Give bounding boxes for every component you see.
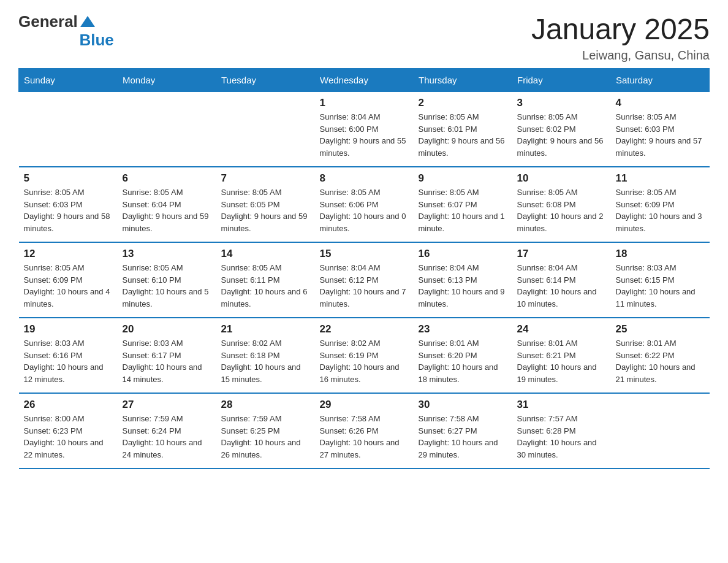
logo-blue-text: Blue	[79, 31, 113, 49]
header-sunday: Sunday	[19, 69, 118, 92]
calendar-cell: 23Sunrise: 8:01 AMSunset: 6:20 PMDayligh…	[414, 318, 512, 393]
day-number: 19	[24, 323, 113, 335]
calendar-cell: 1Sunrise: 8:04 AMSunset: 6:00 PMDaylight…	[315, 92, 414, 167]
header-thursday: Thursday	[414, 69, 512, 92]
header-friday: Friday	[512, 69, 611, 92]
day-info: Sunrise: 7:58 AMSunset: 6:26 PMDaylight:…	[320, 413, 409, 461]
calendar-cell: 22Sunrise: 8:02 AMSunset: 6:19 PMDayligh…	[315, 318, 414, 393]
calendar-cell: 3Sunrise: 8:05 AMSunset: 6:02 PMDaylight…	[512, 92, 611, 167]
calendar-cell: 15Sunrise: 8:04 AMSunset: 6:12 PMDayligh…	[315, 242, 414, 318]
calendar-cell: 17Sunrise: 8:04 AMSunset: 6:14 PMDayligh…	[512, 242, 611, 318]
day-number: 25	[616, 323, 705, 335]
calendar-cell: 24Sunrise: 8:01 AMSunset: 6:21 PMDayligh…	[512, 318, 611, 393]
day-info: Sunrise: 8:05 AMSunset: 6:03 PMDaylight:…	[616, 111, 705, 159]
calendar-table: SundayMondayTuesdayWednesdayThursdayFrid…	[18, 68, 710, 469]
day-number: 17	[517, 248, 606, 260]
title-block: January 2025 Leiwang, Gansu, China	[531, 12, 710, 63]
day-info: Sunrise: 8:00 AMSunset: 6:23 PMDaylight:…	[24, 413, 113, 461]
day-info: Sunrise: 8:05 AMSunset: 6:04 PMDaylight:…	[123, 186, 211, 234]
day-number: 18	[616, 248, 705, 260]
calendar-cell: 14Sunrise: 8:05 AMSunset: 6:11 PMDayligh…	[216, 242, 315, 318]
logo-general-text: General	[18, 12, 78, 31]
day-number: 7	[221, 172, 310, 185]
calendar-cell: 13Sunrise: 8:05 AMSunset: 6:10 PMDayligh…	[118, 242, 216, 318]
day-info: Sunrise: 8:05 AMSunset: 6:09 PMDaylight:…	[616, 186, 705, 234]
day-info: Sunrise: 8:04 AMSunset: 6:14 PMDaylight:…	[517, 262, 606, 310]
week-row-2: 5Sunrise: 8:05 AMSunset: 6:03 PMDaylight…	[19, 167, 710, 242]
calendar-cell: 20Sunrise: 8:03 AMSunset: 6:17 PMDayligh…	[118, 318, 216, 393]
header-monday: Monday	[118, 69, 216, 92]
calendar-cell: 25Sunrise: 8:01 AMSunset: 6:22 PMDayligh…	[611, 318, 710, 393]
logo: General	[18, 12, 96, 31]
calendar-cell: 2Sunrise: 8:05 AMSunset: 6:01 PMDaylight…	[414, 92, 512, 167]
week-row-3: 12Sunrise: 8:05 AMSunset: 6:09 PMDayligh…	[19, 242, 710, 318]
day-info: Sunrise: 8:02 AMSunset: 6:19 PMDaylight:…	[320, 337, 409, 385]
calendar-cell: 16Sunrise: 8:04 AMSunset: 6:13 PMDayligh…	[414, 242, 512, 318]
day-info: Sunrise: 8:04 AMSunset: 6:13 PMDaylight:…	[419, 262, 507, 310]
day-info: Sunrise: 7:57 AMSunset: 6:28 PMDaylight:…	[517, 413, 606, 461]
calendar-cell	[19, 92, 118, 167]
day-info: Sunrise: 8:04 AMSunset: 6:12 PMDaylight:…	[320, 262, 409, 310]
day-info: Sunrise: 8:05 AMSunset: 6:01 PMDaylight:…	[419, 111, 507, 159]
calendar-cell	[216, 92, 315, 167]
day-number: 29	[320, 399, 409, 411]
day-number: 30	[419, 399, 507, 411]
day-number: 8	[320, 172, 409, 185]
week-row-1: 1Sunrise: 8:04 AMSunset: 6:00 PMDaylight…	[19, 92, 710, 167]
day-info: Sunrise: 8:01 AMSunset: 6:20 PMDaylight:…	[419, 337, 507, 385]
day-info: Sunrise: 8:04 AMSunset: 6:00 PMDaylight:…	[320, 111, 409, 159]
week-row-5: 26Sunrise: 8:00 AMSunset: 6:23 PMDayligh…	[19, 393, 710, 469]
calendar-cell: 9Sunrise: 8:05 AMSunset: 6:07 PMDaylight…	[414, 167, 512, 242]
day-info: Sunrise: 8:01 AMSunset: 6:22 PMDaylight:…	[616, 337, 705, 385]
day-number: 4	[616, 97, 705, 109]
svg-marker-0	[80, 16, 95, 27]
day-info: Sunrise: 7:59 AMSunset: 6:24 PMDaylight:…	[123, 413, 211, 461]
day-info: Sunrise: 8:03 AMSunset: 6:17 PMDaylight:…	[123, 337, 211, 385]
day-info: Sunrise: 8:05 AMSunset: 6:07 PMDaylight:…	[419, 186, 507, 234]
day-info: Sunrise: 8:05 AMSunset: 6:02 PMDaylight:…	[517, 111, 606, 159]
day-info: Sunrise: 8:05 AMSunset: 6:08 PMDaylight:…	[517, 186, 606, 234]
day-number: 3	[517, 97, 606, 109]
day-number: 11	[616, 172, 705, 185]
calendar-cell: 8Sunrise: 8:05 AMSunset: 6:06 PMDaylight…	[315, 167, 414, 242]
day-info: Sunrise: 8:05 AMSunset: 6:03 PMDaylight:…	[24, 186, 113, 234]
calendar-cell: 21Sunrise: 8:02 AMSunset: 6:18 PMDayligh…	[216, 318, 315, 393]
calendar-cell: 28Sunrise: 7:59 AMSunset: 6:25 PMDayligh…	[216, 393, 315, 469]
logo-icon	[79, 13, 96, 31]
calendar-cell: 10Sunrise: 8:05 AMSunset: 6:08 PMDayligh…	[512, 167, 611, 242]
day-info: Sunrise: 8:03 AMSunset: 6:16 PMDaylight:…	[24, 337, 113, 385]
day-info: Sunrise: 8:05 AMSunset: 6:05 PMDaylight:…	[221, 186, 310, 234]
calendar-cell: 19Sunrise: 8:03 AMSunset: 6:16 PMDayligh…	[19, 318, 118, 393]
day-info: Sunrise: 8:05 AMSunset: 6:06 PMDaylight:…	[320, 186, 409, 234]
calendar-cell: 5Sunrise: 8:05 AMSunset: 6:03 PMDaylight…	[19, 167, 118, 242]
day-info: Sunrise: 7:58 AMSunset: 6:27 PMDaylight:…	[419, 413, 507, 461]
day-number: 23	[419, 323, 507, 335]
day-number: 6	[123, 172, 211, 185]
day-info: Sunrise: 8:01 AMSunset: 6:21 PMDaylight:…	[517, 337, 606, 385]
day-number: 21	[221, 323, 310, 335]
day-number: 1	[320, 97, 409, 109]
calendar-cell: 27Sunrise: 7:59 AMSunset: 6:24 PMDayligh…	[118, 393, 216, 469]
header-tuesday: Tuesday	[216, 69, 315, 92]
calendar-cell: 11Sunrise: 8:05 AMSunset: 6:09 PMDayligh…	[611, 167, 710, 242]
day-number: 10	[517, 172, 606, 185]
calendar-title: January 2025	[531, 12, 710, 46]
day-number: 26	[24, 399, 113, 411]
calendar-cell: 12Sunrise: 8:05 AMSunset: 6:09 PMDayligh…	[19, 242, 118, 318]
day-info: Sunrise: 8:03 AMSunset: 6:15 PMDaylight:…	[616, 262, 705, 310]
day-info: Sunrise: 7:59 AMSunset: 6:25 PMDaylight:…	[221, 413, 310, 461]
day-number: 12	[24, 248, 113, 260]
day-info: Sunrise: 8:05 AMSunset: 6:10 PMDaylight:…	[123, 262, 211, 310]
day-number: 5	[24, 172, 113, 185]
day-number: 16	[419, 248, 507, 260]
calendar-cell: 30Sunrise: 7:58 AMSunset: 6:27 PMDayligh…	[414, 393, 512, 469]
calendar-subtitle: Leiwang, Gansu, China	[531, 48, 710, 63]
day-info: Sunrise: 8:02 AMSunset: 6:18 PMDaylight:…	[221, 337, 310, 385]
week-row-4: 19Sunrise: 8:03 AMSunset: 6:16 PMDayligh…	[19, 318, 710, 393]
calendar-cell: 18Sunrise: 8:03 AMSunset: 6:15 PMDayligh…	[611, 242, 710, 318]
calendar-cell	[611, 393, 710, 469]
day-number: 9	[419, 172, 507, 185]
calendar-cell: 29Sunrise: 7:58 AMSunset: 6:26 PMDayligh…	[315, 393, 414, 469]
day-number: 31	[517, 399, 606, 411]
day-number: 13	[123, 248, 211, 260]
